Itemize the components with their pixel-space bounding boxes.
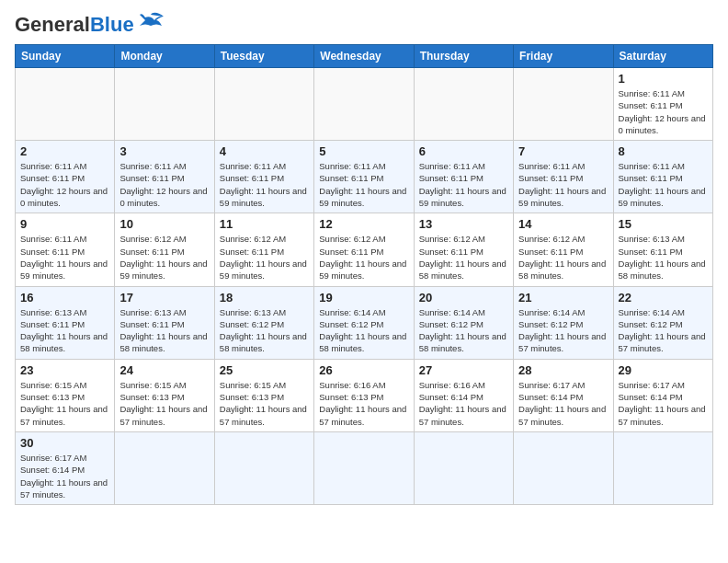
day-info: Sunrise: 6:16 AMSunset: 6:13 PMDaylight:… — [319, 379, 408, 428]
day-number: 27 — [419, 363, 508, 377]
weekday-header-thursday: Thursday — [414, 45, 513, 68]
day-number: 13 — [419, 217, 508, 231]
calendar-cell — [115, 68, 214, 141]
day-number: 17 — [119, 291, 209, 304]
logo-blue: Blue — [90, 13, 134, 36]
day-info: Sunrise: 6:17 AMSunset: 6:14 PMDaylight:… — [20, 452, 109, 500]
calendar-cell: 28Sunrise: 6:17 AMSunset: 6:14 PMDayligh… — [514, 359, 613, 431]
day-info: Sunrise: 6:11 AMSunset: 6:11 PMDaylight:… — [619, 160, 708, 209]
day-number: 22 — [619, 291, 708, 304]
calendar-cell — [314, 431, 414, 504]
calendar-cell: 2Sunrise: 6:11 AMSunset: 6:11 PMDaylight… — [16, 141, 115, 213]
day-number: 5 — [319, 144, 408, 158]
day-info: Sunrise: 6:11 AMSunset: 6:11 PMDaylight:… — [119, 160, 209, 209]
day-info: Sunrise: 6:14 AMSunset: 6:12 PMDaylight:… — [419, 306, 508, 355]
calendar-cell: 21Sunrise: 6:14 AMSunset: 6:12 PMDayligh… — [514, 286, 613, 359]
day-number: 6 — [419, 144, 508, 158]
day-info: Sunrise: 6:13 AMSunset: 6:11 PMDaylight:… — [619, 233, 708, 282]
day-number: 9 — [20, 217, 109, 231]
day-info: Sunrise: 6:11 AMSunset: 6:11 PMDaylight:… — [20, 233, 109, 282]
day-info: Sunrise: 6:11 AMSunset: 6:11 PMDaylight:… — [619, 87, 708, 136]
day-number: 14 — [518, 217, 608, 231]
day-info: Sunrise: 6:15 AMSunset: 6:13 PMDaylight:… — [20, 379, 109, 428]
day-info: Sunrise: 6:13 AMSunset: 6:12 PMDaylight:… — [220, 306, 309, 355]
calendar-week-row: 30Sunrise: 6:17 AMSunset: 6:14 PMDayligh… — [16, 431, 713, 504]
calendar-cell: 27Sunrise: 6:16 AMSunset: 6:14 PMDayligh… — [414, 359, 513, 431]
day-number: 1 — [619, 72, 708, 86]
calendar-cell — [115, 431, 214, 504]
calendar-week-row: 9Sunrise: 6:11 AMSunset: 6:11 PMDaylight… — [16, 213, 713, 286]
calendar-week-row: 2Sunrise: 6:11 AMSunset: 6:11 PMDaylight… — [16, 141, 713, 213]
calendar-cell — [214, 68, 313, 141]
day-number: 4 — [220, 144, 309, 158]
day-info: Sunrise: 6:12 AMSunset: 6:11 PMDaylight:… — [220, 233, 309, 282]
day-info: Sunrise: 6:12 AMSunset: 6:11 PMDaylight:… — [319, 233, 408, 282]
day-info: Sunrise: 6:17 AMSunset: 6:14 PMDaylight:… — [518, 379, 608, 428]
calendar-cell — [314, 68, 414, 141]
day-number: 20 — [419, 291, 508, 304]
day-number: 26 — [319, 363, 408, 377]
day-info: Sunrise: 6:11 AMSunset: 6:11 PMDaylight:… — [319, 160, 408, 209]
day-info: Sunrise: 6:14 AMSunset: 6:12 PMDaylight:… — [319, 306, 408, 355]
day-number: 28 — [518, 363, 608, 377]
calendar-cell: 20Sunrise: 6:14 AMSunset: 6:12 PMDayligh… — [414, 286, 513, 359]
day-info: Sunrise: 6:13 AMSunset: 6:11 PMDaylight:… — [119, 306, 209, 355]
calendar-cell: 6Sunrise: 6:11 AMSunset: 6:11 PMDaylight… — [414, 141, 513, 213]
calendar-cell: 19Sunrise: 6:14 AMSunset: 6:12 PMDayligh… — [314, 286, 414, 359]
day-number: 23 — [20, 363, 109, 377]
day-info: Sunrise: 6:12 AMSunset: 6:11 PMDaylight:… — [419, 233, 508, 282]
calendar-cell: 16Sunrise: 6:13 AMSunset: 6:11 PMDayligh… — [16, 286, 115, 359]
calendar-cell — [514, 431, 613, 504]
calendar-cell: 5Sunrise: 6:11 AMSunset: 6:11 PMDaylight… — [314, 141, 414, 213]
calendar-cell: 13Sunrise: 6:12 AMSunset: 6:11 PMDayligh… — [414, 213, 513, 286]
day-number: 19 — [319, 291, 408, 304]
day-info: Sunrise: 6:12 AMSunset: 6:11 PMDaylight:… — [119, 233, 209, 282]
calendar-cell: 11Sunrise: 6:12 AMSunset: 6:11 PMDayligh… — [214, 213, 313, 286]
day-info: Sunrise: 6:16 AMSunset: 6:14 PMDaylight:… — [419, 379, 508, 428]
day-info: Sunrise: 6:15 AMSunset: 6:13 PMDaylight:… — [220, 379, 309, 428]
day-number: 15 — [619, 217, 708, 231]
calendar-cell: 26Sunrise: 6:16 AMSunset: 6:13 PMDayligh… — [314, 359, 414, 431]
calendar-week-row: 23Sunrise: 6:15 AMSunset: 6:13 PMDayligh… — [16, 359, 713, 431]
calendar-cell: 10Sunrise: 6:12 AMSunset: 6:11 PMDayligh… — [115, 213, 214, 286]
calendar-cell — [414, 68, 513, 141]
weekday-header-saturday: Saturday — [613, 45, 712, 68]
calendar-cell: 23Sunrise: 6:15 AMSunset: 6:13 PMDayligh… — [16, 359, 115, 431]
calendar-cell: 25Sunrise: 6:15 AMSunset: 6:13 PMDayligh… — [214, 359, 313, 431]
calendar-week-row: 1Sunrise: 6:11 AMSunset: 6:11 PMDaylight… — [16, 68, 713, 141]
calendar-cell — [514, 68, 613, 141]
day-number: 12 — [319, 217, 408, 231]
calendar-cell: 18Sunrise: 6:13 AMSunset: 6:12 PMDayligh… — [214, 286, 313, 359]
day-info: Sunrise: 6:11 AMSunset: 6:11 PMDaylight:… — [220, 160, 309, 209]
calendar-cell: 3Sunrise: 6:11 AMSunset: 6:11 PMDaylight… — [115, 141, 214, 213]
day-number: 30 — [20, 436, 109, 450]
day-number: 21 — [518, 291, 608, 304]
calendar-week-row: 16Sunrise: 6:13 AMSunset: 6:11 PMDayligh… — [16, 286, 713, 359]
day-info: Sunrise: 6:13 AMSunset: 6:11 PMDaylight:… — [20, 306, 109, 355]
day-info: Sunrise: 6:17 AMSunset: 6:14 PMDaylight:… — [619, 379, 708, 428]
day-number: 16 — [20, 291, 109, 304]
day-info: Sunrise: 6:11 AMSunset: 6:11 PMDaylight:… — [20, 160, 109, 209]
day-number: 7 — [518, 144, 608, 158]
calendar-cell: 14Sunrise: 6:12 AMSunset: 6:11 PMDayligh… — [514, 213, 613, 286]
day-number: 2 — [20, 144, 109, 158]
calendar-cell: 29Sunrise: 6:17 AMSunset: 6:14 PMDayligh… — [613, 359, 712, 431]
day-number: 11 — [220, 217, 309, 231]
calendar-cell — [214, 431, 313, 504]
calendar-cell: 17Sunrise: 6:13 AMSunset: 6:11 PMDayligh… — [115, 286, 214, 359]
day-number: 24 — [119, 363, 209, 377]
weekday-header-row: SundayMondayTuesdayWednesdayThursdayFrid… — [16, 45, 713, 68]
logo-bird-icon — [136, 11, 165, 31]
calendar-cell: 7Sunrise: 6:11 AMSunset: 6:11 PMDaylight… — [514, 141, 613, 213]
weekday-header-tuesday: Tuesday — [214, 45, 313, 68]
calendar-cell: 22Sunrise: 6:14 AMSunset: 6:12 PMDayligh… — [613, 286, 712, 359]
weekday-header-wednesday: Wednesday — [314, 45, 414, 68]
calendar-cell — [414, 431, 513, 504]
day-number: 10 — [119, 217, 209, 231]
day-number: 25 — [220, 363, 309, 377]
day-info: Sunrise: 6:11 AMSunset: 6:11 PMDaylight:… — [518, 160, 608, 209]
calendar-cell: 30Sunrise: 6:17 AMSunset: 6:14 PMDayligh… — [16, 431, 115, 504]
calendar-cell — [16, 68, 115, 141]
calendar-table: SundayMondayTuesdayWednesdayThursdayFrid… — [15, 44, 713, 505]
page-header: GeneralBlue — [15, 15, 713, 35]
